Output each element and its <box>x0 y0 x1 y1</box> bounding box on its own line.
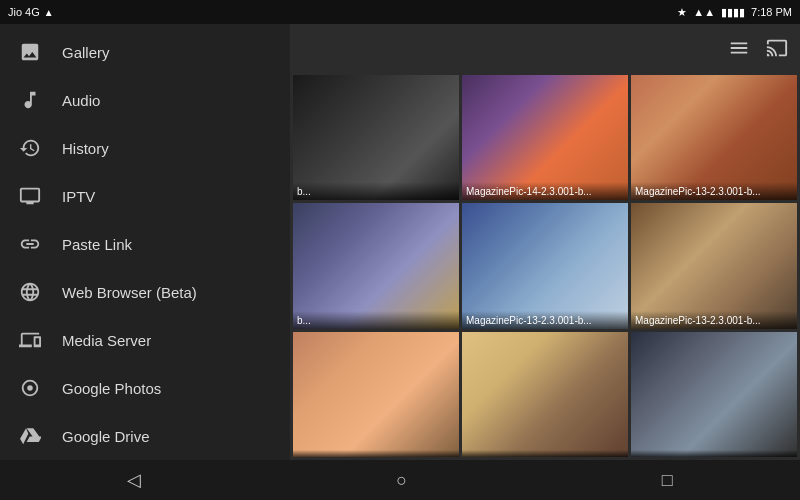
sidebar-item-paste-link[interactable]: Paste Link <box>0 220 290 268</box>
iptv-label: IPTV <box>62 188 95 205</box>
signal-icon: ▲ <box>44 7 54 18</box>
status-bar: Jio 4G ▲ ★ ▲▲ ▮▮▮▮ 7:18 PM <box>0 0 800 24</box>
time-display: 7:18 PM <box>751 6 792 18</box>
status-left: Jio 4G ▲ <box>8 6 54 18</box>
google-photos-icon <box>16 374 44 402</box>
sidebar-item-google-drive[interactable]: Google Drive <box>0 412 290 460</box>
gallery-label-5: MagazinePic-13-2.3.001-b... <box>631 311 797 329</box>
history-icon <box>16 134 44 162</box>
gallery-item-2[interactable]: MagazinePic-13-2.3.001-b... <box>631 75 797 200</box>
sidebar-item-gallery[interactable]: Gallery <box>0 28 290 76</box>
google-drive-icon <box>16 422 44 450</box>
bluetooth-icon: ★ <box>677 6 687 19</box>
toolbar <box>290 24 800 72</box>
home-button[interactable]: ○ <box>376 462 427 499</box>
gallery-label-1: MagazinePic-14-2.3.001-b... <box>462 182 628 200</box>
gallery-label-2: MagazinePic-13-2.3.001-b... <box>631 182 797 200</box>
gallery-item-4[interactable]: MagazinePic-13-2.3.001-b... <box>462 203 628 328</box>
gallery-item-0[interactable]: b... <box>293 75 459 200</box>
nav-bar: ◁ ○ □ <box>0 460 800 500</box>
cast-button[interactable] <box>766 37 788 59</box>
gallery-label: Gallery <box>62 44 110 61</box>
audio-icon <box>16 86 44 114</box>
paste-link-label: Paste Link <box>62 236 132 253</box>
iptv-icon <box>16 182 44 210</box>
sidebar-item-media-server[interactable]: Media Server <box>0 316 290 364</box>
gallery-label-0: b... <box>293 182 459 200</box>
sidebar: Gallery Audio History IPTV Paste Link <box>0 24 290 460</box>
web-browser-label: Web Browser (Beta) <box>62 284 197 301</box>
gallery-item-7[interactable] <box>462 332 628 457</box>
svg-point-1 <box>27 385 33 391</box>
status-right: ★ ▲▲ ▮▮▮▮ 7:18 PM <box>677 6 792 19</box>
carrier-text: Jio 4G <box>8 6 40 18</box>
sidebar-item-web-browser[interactable]: Web Browser (Beta) <box>0 268 290 316</box>
gallery-label-3: b... <box>293 311 459 329</box>
gallery-item-3[interactable]: b... <box>293 203 459 328</box>
content-area: b... MagazinePic-14-2.3.001-b... Magazin… <box>290 24 800 460</box>
gallery-item-1[interactable]: MagazinePic-14-2.3.001-b... <box>462 75 628 200</box>
history-label: History <box>62 140 109 157</box>
main-area: Gallery Audio History IPTV Paste Link <box>0 24 800 460</box>
wifi-icon: ▲▲ <box>693 6 715 18</box>
google-photos-label: Google Photos <box>62 380 161 397</box>
sidebar-item-google-photos[interactable]: Google Photos <box>0 364 290 412</box>
media-server-label: Media Server <box>62 332 151 349</box>
gallery-item-6[interactable] <box>293 332 459 457</box>
google-drive-label: Google Drive <box>62 428 150 445</box>
globe-icon <box>16 278 44 306</box>
link-icon <box>16 230 44 258</box>
audio-label: Audio <box>62 92 100 109</box>
sidebar-item-history[interactable]: History <box>0 124 290 172</box>
gallery-item-8[interactable] <box>631 332 797 457</box>
gallery-label-7 <box>462 450 628 457</box>
sidebar-item-audio[interactable]: Audio <box>0 76 290 124</box>
gallery-icon <box>16 38 44 66</box>
recents-button[interactable]: □ <box>642 462 693 499</box>
back-button[interactable]: ◁ <box>107 461 161 499</box>
gallery-item-5[interactable]: MagazinePic-13-2.3.001-b... <box>631 203 797 328</box>
media-server-icon <box>16 326 44 354</box>
gallery-label-6 <box>293 450 459 457</box>
list-view-button[interactable] <box>728 37 750 59</box>
gallery-label-4: MagazinePic-13-2.3.001-b... <box>462 311 628 329</box>
gallery-label-8 <box>631 450 797 457</box>
sidebar-item-iptv[interactable]: IPTV <box>0 172 290 220</box>
gallery-grid: b... MagazinePic-14-2.3.001-b... Magazin… <box>290 72 800 460</box>
battery-icon: ▮▮▮▮ <box>721 6 745 19</box>
